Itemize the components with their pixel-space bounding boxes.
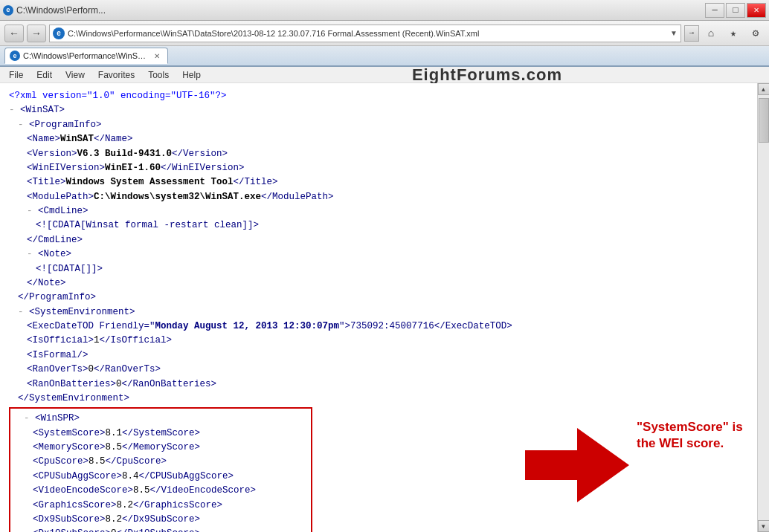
tab-label: C:\Windows\Performance\WinSAT\DataStore\… bbox=[23, 51, 149, 60]
xml-graphicsscore: <GraphicsScore>8.2</GraphicsScore> bbox=[15, 499, 306, 513]
xml-cmdline-open: - <CmdLine> bbox=[9, 204, 748, 218]
forward-button[interactable]: → bbox=[27, 25, 46, 42]
menu-favorites[interactable]: Favorites bbox=[92, 68, 141, 82]
home-icon[interactable]: ⌂ bbox=[702, 25, 720, 42]
maximize-button[interactable]: □ bbox=[726, 3, 745, 18]
tab-close-button[interactable]: ✕ bbox=[154, 52, 160, 60]
window-title: C:\Windows\Perform... bbox=[16, 5, 106, 16]
xml-isofficial: <IsOfficial>1</IsOfficial> bbox=[9, 334, 748, 348]
content-area[interactable]: <?xml version="1.0" encoding="UTF-16"?> … bbox=[0, 83, 757, 532]
menu-tools[interactable]: Tools bbox=[142, 68, 175, 82]
xml-sysenv-close: </SystemEnvironment> bbox=[9, 392, 748, 406]
xml-memoryscore: <MemoryScore>8.5</MemoryScore> bbox=[15, 441, 306, 455]
xml-note-close: </Note> bbox=[9, 276, 748, 291]
content-wrapper: <?xml version="1.0" encoding="UTF-16"?> … bbox=[0, 83, 769, 532]
address-dropdown-icon[interactable]: ▼ bbox=[670, 29, 678, 37]
address-bar[interactable]: e C:\Windows\Performance\WinSAT\DataStor… bbox=[49, 25, 681, 42]
minimize-button[interactable]: ─ bbox=[705, 3, 724, 18]
menu-bar: File Edit View Favorites Tools Help Eigh… bbox=[0, 67, 769, 83]
address-go-button[interactable]: → bbox=[684, 25, 699, 42]
xml-version: <Version>V6.3 Build-9431.0</Version> bbox=[9, 147, 748, 161]
svg-marker-0 bbox=[525, 428, 629, 502]
scroll-down-button[interactable]: ▼ bbox=[758, 520, 770, 532]
xml-dx10subscore: <Dx10SubScore>0</Dx10SubScore> bbox=[15, 527, 306, 532]
address-favicon: e bbox=[53, 27, 65, 39]
xml-ranonbatteries: <RanOnBatteries>0</RanOnBatteries> bbox=[9, 377, 748, 392]
window-controls: ─ □ ✕ bbox=[705, 3, 766, 18]
xml-systemscore: <SystemScore>8.1</SystemScore> bbox=[15, 426, 306, 441]
window-icon: e bbox=[3, 5, 13, 16]
xml-ranoverts: <RanOverTs>0</RanOverTs> bbox=[9, 363, 748, 377]
winspr-section: - <WinSPR> <SystemScore>8.1</SystemScore… bbox=[9, 406, 748, 532]
xml-cpuscore: <CpuScore>8.5</CpuScore> bbox=[15, 455, 306, 469]
nav-bar: ← → e C:\Windows\Performance\WinSAT\Data… bbox=[0, 21, 769, 46]
xml-cpusubaggscore: <CPUSubAggScore>8.4</CPUSubAggScore> bbox=[15, 470, 306, 484]
xml-cdata-note: <![CDATA[]]> bbox=[9, 262, 748, 276]
xml-cmdline-close: </CmdLine> bbox=[9, 233, 748, 247]
winspr-box: - <WinSPR> <SystemScore>8.1</SystemScore… bbox=[9, 407, 312, 532]
xml-programinfo-close: </ProgramInfo> bbox=[9, 291, 748, 305]
tab-strip: e C:\Windows\Performance\WinSAT\DataStor… bbox=[0, 46, 769, 67]
scroll-thumb[interactable] bbox=[759, 98, 769, 143]
address-text: C:\Windows\Performance\WinSAT\DataStore\… bbox=[68, 29, 667, 38]
tab-favicon: e bbox=[10, 51, 20, 61]
titlebar-left: e C:\Windows\Perform... bbox=[3, 5, 106, 16]
settings-icon[interactable]: ⚙ bbox=[747, 25, 765, 42]
close-button[interactable]: ✕ bbox=[747, 3, 766, 18]
xml-name: <Name>WinSAT</Name> bbox=[9, 132, 748, 146]
scroll-track bbox=[758, 95, 770, 520]
scroll-up-button[interactable]: ▲ bbox=[758, 83, 770, 95]
xml-wineiversion: <WinEIVersion>WinEI-1.60</WinEIVersion> bbox=[9, 161, 748, 175]
menu-file[interactable]: File bbox=[3, 68, 29, 82]
xml-title: <Title>Windows System Assessment Tool</T… bbox=[9, 175, 748, 189]
xml-dx9subscore: <Dx9SubScore>8.2</Dx9SubScore> bbox=[15, 513, 306, 527]
xml-isformal: <IsFormal/> bbox=[9, 348, 748, 363]
annotation-text: "SystemScore" is the WEI score. bbox=[637, 419, 748, 452]
xml-programinfo-open: - <ProgramInfo> bbox=[9, 118, 748, 132]
winspr-content: - <WinSPR> <SystemScore>8.1</SystemScore… bbox=[9, 406, 495, 532]
xml-execdatetod: <ExecDateTOD Friendly="Monday August 12,… bbox=[9, 319, 748, 334]
xml-modulepath: <ModulePath>C:\Windows\system32\WinSAT.e… bbox=[9, 190, 748, 204]
favorites-icon[interactable]: ★ bbox=[724, 25, 742, 42]
xml-sysenv-open: - <SystemEnvironment> bbox=[9, 305, 748, 319]
xml-winsat-open: - <WinSAT> bbox=[9, 103, 748, 117]
titlebar: e C:\Windows\Perform... ─ □ ✕ bbox=[0, 0, 769, 21]
menu-view[interactable]: View bbox=[59, 68, 91, 82]
xml-cdata-cmdline: <![CDATA[Winsat formal -restart clean]]> bbox=[9, 218, 748, 233]
menu-edit[interactable]: Edit bbox=[30, 68, 58, 82]
xml-videoencodescore: <VideoEncodeScore>8.5</VideoEncodeScore> bbox=[15, 484, 306, 498]
scrollbar[interactable]: ▲ ▼ bbox=[757, 83, 769, 532]
annotation-container: "SystemScore" is the WEI score. bbox=[510, 413, 748, 532]
site-title: EightForums.com bbox=[208, 65, 766, 85]
tab-0[interactable]: e C:\Windows\Performance\WinSAT\DataStor… bbox=[4, 48, 168, 64]
menu-help[interactable]: Help bbox=[176, 68, 207, 82]
toolbar-icons: ⌂ ★ ⚙ bbox=[702, 25, 765, 42]
xml-note-open: - <Note> bbox=[9, 247, 748, 262]
back-button[interactable]: ← bbox=[4, 25, 24, 42]
xml-declaration: <?xml version="1.0" encoding="UTF-16"?> bbox=[9, 89, 748, 103]
xml-winspr-open: - <WinSPR> bbox=[15, 412, 306, 426]
